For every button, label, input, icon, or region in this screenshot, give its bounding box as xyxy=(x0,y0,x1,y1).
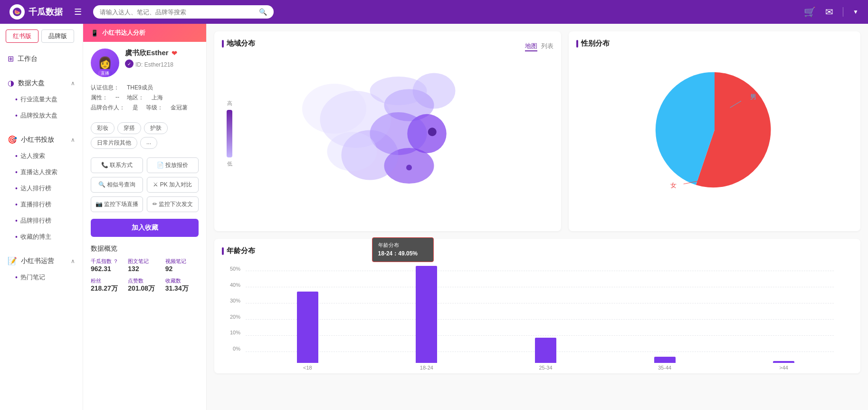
age-bar-35-44 xyxy=(654,357,676,363)
header: 🍉 千瓜数据 ☰ 🔍 🛒 ✉ ▼ xyxy=(0,0,868,24)
sidebar-item-brand-invest[interactable]: 品牌投放大盘 xyxy=(0,107,83,124)
similar-btn[interactable]: 🔍 相似号查询 xyxy=(91,177,143,193)
age-bar-under18 xyxy=(297,292,318,363)
search-bar[interactable]: 🔍 xyxy=(93,5,274,19)
china-map-svg xyxy=(288,62,487,205)
map-legend-bar xyxy=(227,110,232,157)
svg-text:女: 女 xyxy=(670,182,677,189)
gender-title: 性别分布 xyxy=(576,39,853,48)
gender-title-bar xyxy=(576,40,578,48)
xhs-icon: 🎯 xyxy=(8,135,17,144)
svg-point-12 xyxy=(428,127,437,136)
search-icon[interactable]: 🔍 xyxy=(259,8,267,16)
sidebar-section-data: ◑ 数据大盘 ∧ 行业流量大盘 品牌投放大盘 xyxy=(0,71,83,127)
geo-header: 地域分布 地图 列表 xyxy=(222,39,553,54)
geo-title: 地域分布 xyxy=(222,39,255,48)
version-tabs: 红书版 品牌版 xyxy=(0,24,83,47)
tab-redbook[interactable]: 红书版 xyxy=(6,29,38,43)
metric-qguascore: 千瓜指数 ？ 962.31 xyxy=(91,258,124,273)
banner-icon: 📱 xyxy=(91,29,98,37)
live-badge: 直播 xyxy=(98,70,112,77)
sidebar-section-xhs-ads: 🎯 小红书投放 ∧ 达人搜索 直播达人搜索 达人排行榜 直播排行榜 品牌排行榜 … xyxy=(0,127,83,249)
user-dropdown[interactable]: ▼ xyxy=(853,9,858,15)
brand-label: 品牌合作人： xyxy=(91,104,125,112)
y-label-30: 30% xyxy=(222,298,240,303)
monitor-post-btn[interactable]: ✏ 监控下次发文 xyxy=(147,196,199,212)
profile-data-section: 数据概览 千瓜指数 ？ 962.31 图文笔记 132 视频笔记 92 xyxy=(83,239,206,293)
attr-value: -- xyxy=(115,94,119,102)
y-label-40: 40% xyxy=(222,282,240,288)
sidebar-xhs-ads-label: 小红书投放 xyxy=(21,136,54,144)
main-content: 📱 小红书达人分析 👩 直播 虞书欣Esther ❤ ✓ ID: Esther1… xyxy=(83,24,868,410)
sidebar-data-label: 数据大盘 xyxy=(18,79,45,88)
gender-card: 性别分布 男 女 xyxy=(569,31,860,231)
xhs-arrow-icon: ∧ xyxy=(71,137,75,143)
metric-video-notes-label: 视频笔记 xyxy=(165,258,199,265)
sidebar-xhs-ops-label: 小红书运营 xyxy=(21,257,54,265)
age-bar-group-18-24: 18-24 年龄分布 18-24：49.05% xyxy=(367,266,486,371)
compare-btn[interactable]: ⚔ PK 加入对比 xyxy=(147,177,199,193)
name-icon: ❤ xyxy=(172,49,177,57)
sidebar-item-live-influencer[interactable]: 直播达人搜索 xyxy=(0,164,83,180)
header-divider xyxy=(843,7,843,17)
main-layout: 红书版 品牌版 ⊞ 工作台 ◑ 数据大盘 ∧ 行业流量大盘 品牌投放大盘 🎯 小… xyxy=(0,24,868,410)
contact-btn[interactable]: 📞 联系方式 xyxy=(91,157,143,173)
tab-brand[interactable]: 品牌版 xyxy=(41,29,74,43)
sidebar-workspace-header[interactable]: ⊞ 工作台 xyxy=(0,50,83,67)
metric-saves-value: 31.34万 xyxy=(165,284,199,293)
metric-qguascore-value: 962.31 xyxy=(91,265,124,273)
svg-point-11 xyxy=(302,84,366,134)
analytics-panel: 地域分布 地图 列表 高 低 xyxy=(207,24,868,410)
age-label-over44: >44 xyxy=(779,365,788,371)
sidebar-section-workspace: ⊞ 工作台 xyxy=(0,47,83,71)
sidebar-data-header[interactable]: ◑ 数据大盘 ∧ xyxy=(0,75,83,91)
metric-fans-label: 粉丝 xyxy=(91,277,124,284)
age-y-labels: 50% 40% 30% 20% 10% 0% xyxy=(222,266,243,351)
svg-point-9 xyxy=(327,132,377,171)
age-bar-group-under18: <18 xyxy=(248,266,367,371)
brand-row: 品牌合作人： 是 等级： 金冠薯 xyxy=(91,104,199,112)
mail-icon[interactable]: ✉ xyxy=(825,6,833,18)
monitor-live-btn[interactable]: 📷 监控下场直播 xyxy=(91,196,143,212)
sidebar-xhs-ops-header[interactable]: 📝 小红书运营 ∧ xyxy=(0,253,83,269)
cart-icon[interactable]: 🛒 xyxy=(804,6,816,18)
ops-arrow-icon: ∧ xyxy=(71,258,75,264)
age-bar-group-over44: >44 xyxy=(724,266,843,371)
search-input[interactable] xyxy=(100,9,255,16)
age-label-35-44: 35-44 xyxy=(658,365,671,371)
logo-icon: 🍉 xyxy=(10,4,25,20)
sidebar-item-live-rank[interactable]: 直播排行榜 xyxy=(0,196,83,213)
metric-likes: 点赞数 201.08万 xyxy=(128,277,161,293)
level-label: 等级： xyxy=(146,104,163,112)
metric-img-notes: 图文笔记 132 xyxy=(128,258,161,273)
age-chart: 50% 40% 30% 20% 10% 0% xyxy=(222,261,853,366)
tag-daily: 日常片段其他 xyxy=(91,137,137,149)
metric-video-notes: 视频笔记 92 xyxy=(165,258,199,273)
map-legend: 高 低 xyxy=(227,100,232,167)
ops-icon: 📝 xyxy=(8,256,17,265)
level-value: 金冠薯 xyxy=(171,104,188,112)
sidebar-section-xhs-ops: 📝 小红书运营 ∧ 热门笔记 xyxy=(0,249,83,289)
tag-more[interactable]: ... xyxy=(140,137,157,149)
sidebar-item-influencer-rank[interactable]: 达人排行榜 xyxy=(0,180,83,196)
age-bar-25-34 xyxy=(535,338,556,363)
sidebar-item-influencer-search[interactable]: 达人搜索 xyxy=(0,148,83,164)
profile-name: 虞书欣Esther ❤ xyxy=(125,49,199,58)
sidebar-item-hot-notes[interactable]: 热门笔记 xyxy=(0,269,83,285)
collect-button[interactable]: 加入收藏 xyxy=(91,219,199,237)
profile-panel: 📱 小红书达人分析 👩 直播 虞书欣Esther ❤ ✓ ID: Esther1… xyxy=(83,24,207,410)
sidebar-item-industry[interactable]: 行业流量大盘 xyxy=(0,91,83,107)
geo-tab-map[interactable]: 地图 xyxy=(525,42,537,51)
attr-label: 属性： xyxy=(91,94,108,102)
geo-tab-list[interactable]: 列表 xyxy=(541,42,553,51)
metric-fans-value: 218.27万 xyxy=(91,284,124,293)
sidebar-item-favorites[interactable]: 收藏的博主 xyxy=(0,229,83,245)
sidebar-xhs-ads-header[interactable]: 🎯 小红书投放 ∧ xyxy=(0,131,83,148)
age-title: 年龄分布 xyxy=(222,246,853,255)
pricing-btn[interactable]: 📄 投放报价 xyxy=(147,157,199,173)
menu-icon[interactable]: ☰ xyxy=(74,7,82,17)
profile-id: ID: Esther1218 xyxy=(135,61,173,68)
sidebar-item-brand-rank[interactable]: 品牌排行榜 xyxy=(0,213,83,229)
metric-img-notes-value: 132 xyxy=(128,265,161,273)
profile-tags: 彩妆 穿搭 护肤 日常片段其他 ... xyxy=(83,118,206,153)
